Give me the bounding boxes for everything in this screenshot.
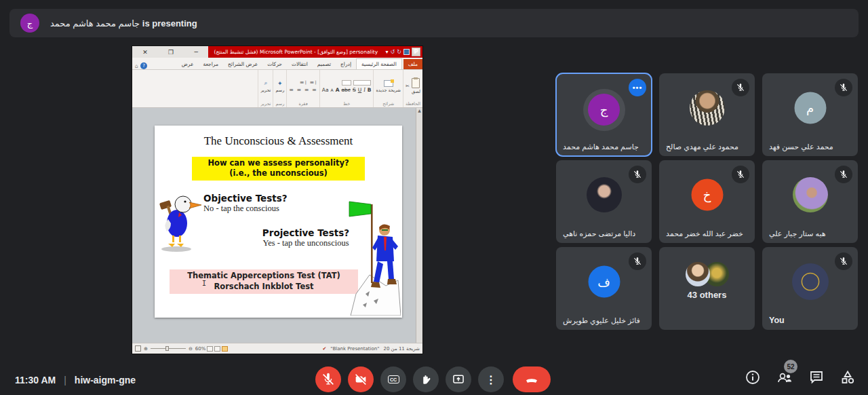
tab-review[interactable]: مراجعة <box>198 59 223 69</box>
text-cursor: I <box>202 280 207 287</box>
objective-question: Objective Tests? <box>203 193 288 204</box>
avatar <box>587 177 622 212</box>
present-icon <box>452 373 465 386</box>
bold-button[interactable]: B <box>368 87 372 93</box>
chat-icon <box>808 369 825 385</box>
present-button[interactable] <box>446 366 471 392</box>
meeting-details-button[interactable] <box>745 369 761 388</box>
normal-view-button[interactable] <box>207 346 213 352</box>
tab-home[interactable]: الصفحة الرئيسية <box>356 58 402 69</box>
leave-call-button[interactable] <box>513 366 551 392</box>
grow-font-button[interactable]: A <box>336 87 340 93</box>
alignment-buttons[interactable]: ≡ ≡ ≡ ≡ <box>289 87 317 93</box>
avatar <box>690 90 725 126</box>
paste-button[interactable]: لصق <box>412 78 420 94</box>
tab-design[interactable]: تصميم <box>313 59 336 69</box>
slide-canvas: The Unconscious & Assessment How can we … <box>155 126 402 318</box>
participant-tile[interactable]: ف فائز خليل عليوي طويرش <box>556 247 652 330</box>
change-case-button[interactable]: Aa <box>322 87 329 93</box>
zoom-slider-thumb[interactable] <box>165 346 169 351</box>
tab-view[interactable]: عرض <box>177 59 199 69</box>
tab-animations[interactable]: حركات <box>262 59 287 69</box>
captions-button[interactable]: CC <box>380 366 406 392</box>
save-icon[interactable] <box>403 49 410 55</box>
slide-counter: شريحة 11 من 20 <box>383 346 420 352</box>
spellcheck-icon[interactable]: ✔ <box>322 346 326 352</box>
zoom-in-icon[interactable]: ⊕ <box>144 346 148 352</box>
fit-to-window-icon[interactable] <box>135 345 141 352</box>
scroll-up-icon[interactable]: ▲ <box>418 108 421 113</box>
drawing-group-label: رسم <box>275 101 284 107</box>
clear-formatting-button[interactable]: abc <box>341 87 350 93</box>
participant-tile-you[interactable]: You <box>762 247 858 330</box>
chat-button[interactable] <box>808 369 825 388</box>
minimize-icon[interactable]: ─ <box>194 49 197 56</box>
zoom-slider[interactable] <box>151 348 186 349</box>
editing-button[interactable]: ⌕ تحرير <box>260 79 271 93</box>
ribbon-group-clipboard: لصق ✂ الحافظة <box>403 70 422 107</box>
zoom-level[interactable]: 60% <box>195 346 206 352</box>
drawing-button[interactable]: ✦ رسم <box>275 80 284 93</box>
font-name-box[interactable] <box>353 80 371 86</box>
shrink-font-button[interactable]: A <box>331 88 334 92</box>
activities-icon <box>840 369 856 385</box>
italic-button[interactable]: I <box>363 87 366 93</box>
avatar: م <box>794 92 826 124</box>
participant-tile[interactable]: محمود علي مهدي صالح <box>659 73 755 156</box>
underline-button[interactable]: U <box>358 87 362 93</box>
font-size-box[interactable] <box>342 80 351 86</box>
slide-pink-highlight: Thematic Apperceptions Test (TAT) Rorsch… <box>170 269 358 294</box>
participant-count-badge: 52 <box>784 360 797 373</box>
shared-screen-powerpoint: ✕ ❐ ─ personality [وضع التوافق] - Micros… <box>132 46 422 354</box>
ppt-help-area: ⌂ ? <box>135 62 147 69</box>
tab-file[interactable]: ملف <box>403 59 422 69</box>
qat-dropdown-icon[interactable]: ▾ <box>386 49 389 55</box>
meet-right-controls: 52 <box>745 369 856 388</box>
meta-separator: | <box>64 375 66 385</box>
cut-icon[interactable]: ✂ <box>406 83 410 89</box>
help-icon[interactable]: ? <box>140 62 147 69</box>
participant-name: داليا مرتضى حمزه ناهي <box>563 229 635 238</box>
more-options-button[interactable]: ⋮ <box>478 366 504 392</box>
avatar: ج <box>588 94 620 126</box>
show-everyone-button[interactable]: 52 <box>776 369 793 388</box>
activities-button[interactable] <box>840 369 856 388</box>
zoom-out-icon[interactable]: ⊖ <box>189 346 193 352</box>
participant-tile[interactable]: خ خضر عبد الله خضر محمد <box>659 160 755 243</box>
drawing-icon: ✦ <box>277 80 283 87</box>
ppt-vertical-scrollbar[interactable]: ▲ <box>416 108 422 343</box>
participant-tile-overflow[interactable]: 43 others <box>659 247 755 330</box>
slide-sorter-view-button[interactable] <box>214 346 220 352</box>
ribbon-group-editing: ⌕ تحرير تحرير <box>258 70 273 107</box>
maximize-icon[interactable]: ❐ <box>168 49 174 56</box>
tab-insert[interactable]: إدراج <box>336 59 356 69</box>
mic-muted-icon <box>732 166 749 183</box>
tile-options-button[interactable]: ••• <box>629 79 646 96</box>
strikethrough-button[interactable]: S <box>353 87 356 93</box>
camera-toggle-button[interactable] <box>348 366 374 392</box>
ppt-quick-access-toolbar: ▾ ↺ ↻ P <box>384 48 422 56</box>
tab-slideshow[interactable]: عرض الشرائح <box>223 59 262 69</box>
presenting-label: is presenting <box>142 18 197 29</box>
raise-hand-button[interactable] <box>413 366 439 392</box>
undo-icon[interactable]: ↺ <box>391 49 395 55</box>
others-count-label: 43 others <box>659 290 755 300</box>
meeting-code: hiw-aigm-gne <box>75 375 136 385</box>
participant-tile-presenter[interactable]: ••• ج جاسم محمد هاشم محمد <box>556 73 652 156</box>
home-icon[interactable]: ⌂ <box>135 63 138 69</box>
tab-transitions[interactable]: انتقالات <box>287 59 313 69</box>
info-icon <box>745 369 761 385</box>
avatar <box>686 262 710 286</box>
powerpoint-logo-icon: P <box>412 48 420 56</box>
participant-tile[interactable]: هبه ستار جبار علي <box>762 160 858 243</box>
new-slide-button[interactable]: شريحة جديدة <box>376 80 401 93</box>
participant-tile[interactable]: م محمد علي حسن فهد <box>762 73 858 156</box>
participant-name: محمود علي مهدي صالح <box>666 143 738 151</box>
captions-icon: CC <box>388 375 399 383</box>
reading-view-button[interactable] <box>222 346 228 352</box>
participant-tile[interactable]: داليا مرتضى حمزه ناهي <box>556 160 652 243</box>
close-icon[interactable]: ✕ <box>142 49 148 56</box>
list-buttons[interactable]: ⁝≡ ⁝≡ <box>300 79 317 86</box>
redo-icon[interactable]: ↻ <box>397 49 401 55</box>
mic-toggle-button[interactable] <box>315 366 341 392</box>
